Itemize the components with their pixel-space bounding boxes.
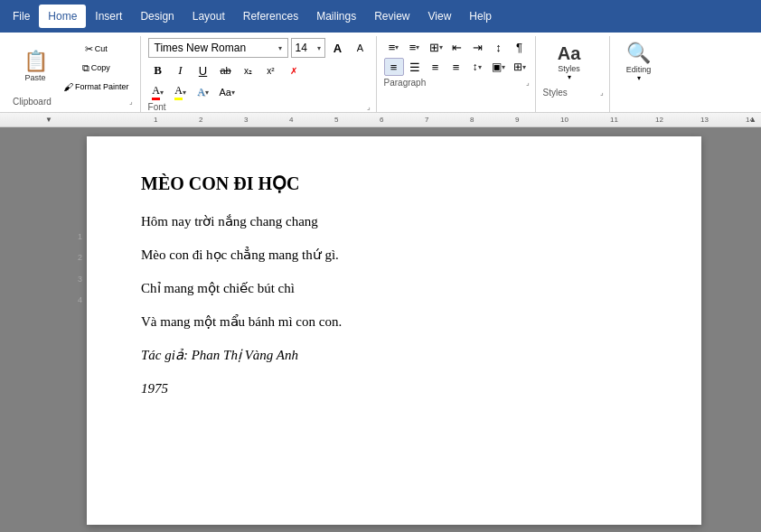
ruler: ▼ 1 2 3 4 5 6 7 8 9 10 11 12 13 14 ▲: [0, 113, 761, 127]
sort-button[interactable]: ↕: [489, 38, 509, 56]
menu-layout[interactable]: Layout: [183, 5, 234, 28]
change-case-dropdown: ▾: [231, 89, 235, 97]
document-page[interactable]: MÈO CON ĐI HỌC Hôm nay trời nắng chang c…: [87, 136, 701, 525]
font-name-value: Times New Roman: [155, 42, 247, 54]
paste-button[interactable]: 📋 Paste: [13, 43, 58, 90]
justify-button[interactable]: ≡: [446, 58, 466, 76]
font-expand[interactable]: ⌟: [367, 103, 371, 111]
font-name-selector[interactable]: Times New Roman ▾: [148, 38, 288, 58]
paragraph-group: ≡ ▾ ≡ ▾ ⊞ ▾ ⇤ ⇥: [379, 36, 536, 112]
margin-numbers: 1234: [60, 136, 87, 525]
ruler-tick-3: 3: [244, 116, 248, 124]
font-label: Font: [148, 102, 166, 112]
format-painter-button[interactable]: 🖌 Format Painter: [60, 78, 133, 96]
ruler-content: ▼ 1 2 3 4 5 6 7 8 9 10 11 12 13 14 ▲: [36, 113, 761, 126]
font-group: Times New Roman ▾ 14 ▾ A A B: [143, 36, 377, 112]
underline-button[interactable]: U: [193, 61, 213, 79]
copy-icon: ⧉: [82, 62, 89, 74]
styles-expand[interactable]: ⌟: [600, 89, 604, 97]
format-painter-label: Format Painter: [75, 82, 129, 91]
format-painter-icon: 🖌: [63, 81, 73, 92]
menu-design[interactable]: Design: [131, 5, 183, 28]
change-case-icon: Aa: [220, 87, 231, 98]
document-year: 1975: [141, 379, 647, 398]
superscript-button[interactable]: x²: [261, 61, 281, 79]
editing-icon: 🔍: [626, 43, 651, 63]
text-effects-icon: A: [197, 86, 205, 99]
clipboard-expand[interactable]: ⌟: [129, 98, 133, 106]
increase-indent-icon: ⇥: [473, 41, 483, 54]
italic-button[interactable]: I: [171, 61, 191, 79]
bold-button[interactable]: B: [148, 61, 168, 79]
ruler-tick-11: 11: [610, 116, 618, 124]
ruler-tick-1: 1: [154, 116, 157, 124]
document-line-2: Mèo con đi học chẳng mang thứ gì.: [141, 246, 647, 265]
highlight-button[interactable]: A ▾: [171, 83, 191, 101]
menu-help[interactable]: Help: [460, 5, 501, 28]
styles-button[interactable]: Aa Styles ▾: [543, 38, 596, 88]
numbered-list-button[interactable]: ≡ ▾: [405, 38, 425, 56]
ruler-tick-13: 13: [700, 116, 709, 124]
clipboard-label: Clipboard: [13, 97, 52, 107]
styles-group: Aa Styles ▾ Styles ⌟: [538, 36, 610, 112]
text-effects-button[interactable]: A ▾: [193, 83, 213, 101]
grow-font-button[interactable]: A: [328, 39, 348, 57]
copy-button[interactable]: ⧉ Copy: [60, 59, 133, 77]
document-area: 1234 MÈO CON ĐI HỌC Hôm nay trời nắng ch…: [0, 127, 761, 532]
decrease-indent-icon: ⇤: [452, 41, 462, 54]
increase-indent-button[interactable]: ⇥: [468, 38, 488, 56]
ribbon: 📋 Paste ✂ Cut ⧉ Copy 🖌 Format Painter: [0, 33, 761, 113]
menu-insert[interactable]: Insert: [86, 5, 131, 28]
ruler-tick-2: 2: [199, 116, 202, 124]
menu-home[interactable]: Home: [39, 5, 86, 28]
paragraph-marks-button[interactable]: ¶: [510, 38, 530, 56]
text-effects-dropdown: ▾: [205, 89, 209, 97]
menu-references[interactable]: References: [234, 5, 307, 28]
copy-label: Copy: [91, 63, 110, 72]
font-size-selector[interactable]: 14 ▾: [291, 38, 325, 58]
clear-format-button[interactable]: ✗: [284, 61, 304, 79]
justify-icon: ≡: [453, 61, 460, 74]
decrease-indent-button[interactable]: ⇤: [447, 38, 467, 56]
font-color-button[interactable]: A ▾: [148, 83, 168, 101]
paragraph-expand[interactable]: ⌟: [526, 79, 530, 87]
align-left-button[interactable]: ≡: [384, 58, 404, 76]
styles-label: Styles: [558, 64, 580, 73]
menu-view[interactable]: View: [419, 5, 461, 28]
strikethrough-button[interactable]: ab: [216, 61, 236, 79]
subscript-button[interactable]: x₂: [239, 61, 258, 79]
align-center-icon: ☰: [409, 61, 420, 74]
editing-group: 🔍 Editing ▾: [612, 36, 666, 112]
change-case-button[interactable]: Aa ▾: [216, 83, 239, 101]
bullet-list-icon: ≡: [389, 41, 396, 54]
shading-button[interactable]: ▣ ▾: [488, 58, 509, 76]
paste-icon: 📋: [23, 51, 48, 71]
ruler-tick-6: 6: [380, 116, 383, 124]
document-line-1: Hôm nay trời nắng chang chang: [141, 212, 647, 231]
menu-mailings[interactable]: Mailings: [307, 5, 365, 28]
styles-label-text: Styles: [543, 88, 568, 98]
cut-button[interactable]: ✂ Cut: [60, 40, 133, 58]
ruler-tick-8: 8: [470, 116, 474, 124]
bullet-list-button[interactable]: ≡ ▾: [384, 38, 404, 56]
borders-button[interactable]: ⊞ ▾: [510, 58, 530, 76]
align-center-button[interactable]: ☰: [405, 58, 425, 76]
editing-button[interactable]: 🔍 Editing ▾: [617, 38, 661, 88]
multilevel-list-button[interactable]: ⊞ ▾: [426, 38, 446, 56]
line-spacing-button[interactable]: ↕ ▾: [467, 58, 487, 76]
ruler-tick-7: 7: [425, 116, 428, 124]
ruler-tick-5: 5: [334, 116, 338, 124]
align-right-button[interactable]: ≡: [426, 58, 446, 76]
editing-label: Editing: [626, 65, 652, 74]
borders-icon: ⊞: [513, 61, 522, 73]
clear-format-icon: ✗: [290, 66, 297, 76]
shrink-font-button[interactable]: A: [351, 39, 371, 57]
ruler-end-marker: ▲: [749, 116, 756, 124]
menu-bar: File Home Insert Design Layout Reference…: [0, 0, 761, 33]
styles-dropdown-icon: ▾: [568, 73, 571, 81]
menu-file[interactable]: File: [4, 5, 39, 28]
menu-review[interactable]: Review: [365, 5, 418, 28]
numbered-list-icon: ≡: [409, 41, 417, 54]
highlight-dropdown: ▾: [183, 89, 186, 97]
document-line-3: Chỉ mang một chiếc bút chì: [141, 279, 647, 298]
